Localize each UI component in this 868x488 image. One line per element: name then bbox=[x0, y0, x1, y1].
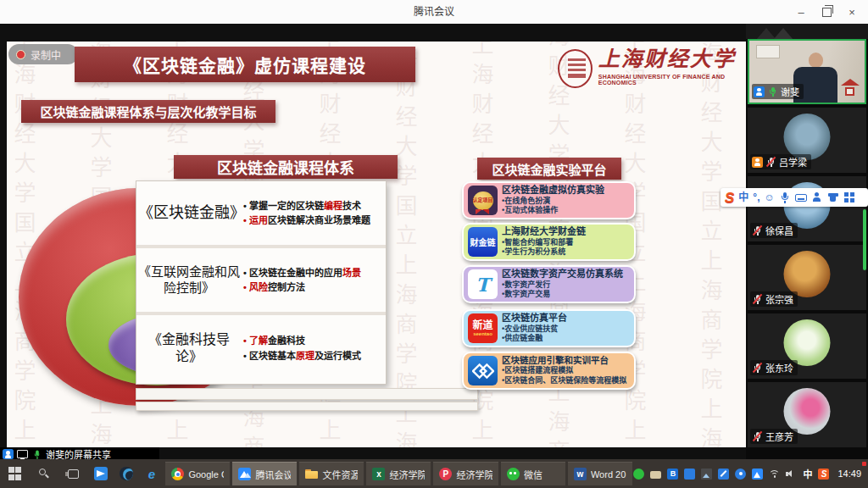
sidebar-scrollbar[interactable] bbox=[863, 209, 866, 270]
participant-name: 谢斐 bbox=[781, 85, 799, 98]
emoji-icon[interactable]: ☺ bbox=[765, 192, 775, 202]
mic-on-icon bbox=[32, 449, 42, 459]
taskbar-button-label: 腾讯会议 bbox=[255, 468, 291, 481]
wechat-icon bbox=[507, 468, 520, 480]
soft-keyboard-icon[interactable] bbox=[795, 191, 807, 203]
recording-dot-icon bbox=[16, 50, 25, 59]
platform-bullet: •数字资产发行 bbox=[502, 280, 623, 291]
taskbar-clock[interactable]: 14:49 bbox=[837, 469, 861, 479]
medal-text: 认定项目 bbox=[473, 191, 493, 210]
smartart-shelf bbox=[136, 402, 478, 411]
ime-punctuation[interactable]: °, bbox=[753, 192, 760, 202]
taskbar-button-label: Google C... bbox=[188, 469, 224, 480]
taskbar-button-pdf[interactable]: P 经济学院_... bbox=[433, 462, 498, 485]
course-bullet: • 运用区块链解决商业场景难题 bbox=[243, 214, 382, 226]
watermark-text: 上海财经大学国立上海商学院上海商科大学高等师范学校财政经济 bbox=[698, 42, 721, 447]
taskbar-button-label: Word 20... bbox=[591, 469, 626, 480]
windows-logo-icon bbox=[8, 467, 22, 480]
ime-toolbar[interactable]: S 中 °, ☺ bbox=[721, 188, 868, 207]
seentao-en: seentao bbox=[473, 331, 492, 336]
member-role-icon bbox=[752, 157, 763, 168]
input-language-indicator[interactable]: 中 bbox=[803, 467, 812, 480]
mic-on-icon bbox=[767, 86, 778, 97]
platform-card: 新道 seentao 区块链仿真平台 •农业供应链扶贫 •供应链金融 bbox=[462, 309, 636, 347]
platform-bullet: •学生行为积分系统 bbox=[502, 247, 586, 258]
taskbar-button-label: 微信 bbox=[524, 468, 542, 481]
university-seal-icon bbox=[558, 49, 593, 88]
tray-app-icon[interactable] bbox=[684, 469, 695, 480]
taskbar-button-wechat[interactable]: 微信 bbox=[501, 462, 565, 485]
tray-security-icon[interactable] bbox=[735, 469, 746, 480]
participant-tile-xiefei[interactable]: 谢斐 bbox=[748, 39, 866, 104]
bird-app-icon bbox=[94, 467, 108, 480]
digital-asset-glyph: T bbox=[476, 274, 489, 296]
mic-muted-icon bbox=[752, 294, 763, 305]
certified-project-medal-icon: 认定项目 bbox=[468, 186, 498, 215]
screen-share-icon bbox=[17, 450, 28, 458]
course-bullet: • 风险控制方法 bbox=[243, 281, 382, 293]
voice-input-icon[interactable] bbox=[779, 191, 791, 203]
tray-meeting-icon[interactable] bbox=[752, 469, 763, 480]
tray-bluetooth-icon[interactable]: B bbox=[667, 469, 678, 480]
participant-tile-xubaochang[interactable]: 徐保昌 bbox=[748, 176, 866, 241]
participant-tile-zhangdongling[interactable]: 张东玲 bbox=[748, 313, 866, 379]
participant-tile-lvxueliang[interactable]: 吕学梁 bbox=[748, 108, 866, 173]
taskbar-button-word[interactable]: w Word 20... bbox=[568, 462, 632, 485]
system-tray: B 中 S 14:49 bbox=[633, 459, 868, 488]
restore-button[interactable] bbox=[814, 0, 839, 24]
participant-name-chip: 张宗强 bbox=[750, 291, 798, 307]
sogou-tray-icon[interactable]: S bbox=[818, 469, 829, 480]
browser-globe-icon bbox=[120, 467, 133, 480]
seentao-cn: 新道 bbox=[472, 320, 492, 330]
quicklaunch-messenger[interactable] bbox=[88, 459, 114, 488]
participant-name-chip: 张东玲 bbox=[750, 360, 798, 375]
start-button[interactable] bbox=[0, 459, 30, 488]
wall-frame bbox=[756, 45, 780, 58]
taskbar-button-chrome[interactable]: Google C... bbox=[165, 462, 230, 485]
search-button[interactable] bbox=[30, 459, 59, 488]
recording-badge: 录制中 bbox=[8, 44, 78, 64]
participant-name-chip: 徐保昌 bbox=[750, 223, 798, 238]
volume-icon[interactable] bbox=[786, 469, 797, 480]
chain-engine-logo-icon bbox=[468, 356, 498, 385]
course-bullet: • 掌握一定的区块链编程技术 bbox=[243, 200, 382, 212]
ime-assistant-icon[interactable] bbox=[811, 191, 823, 203]
quicklaunch-browser[interactable] bbox=[114, 459, 139, 488]
ime-mode-chinese[interactable]: 中 bbox=[738, 192, 748, 202]
meeting-logo-watermark bbox=[756, 26, 807, 40]
course-name: 《互联网金融和风险控制》 bbox=[136, 248, 242, 312]
participant-tile-wangyanfang[interactable]: 王彦芳 bbox=[748, 382, 866, 447]
presentation-slide: 上海财经大学国立上海商学院上海商科大学高等师范学校财政经济 上海财经大学国立上海… bbox=[7, 42, 746, 447]
platform-bullet: •供应链金融 bbox=[502, 334, 567, 344]
participant-name: 王彦芳 bbox=[765, 430, 793, 443]
tray-device-icon[interactable] bbox=[650, 471, 661, 479]
recording-label: 录制中 bbox=[31, 47, 61, 62]
taskbar-button-file-explorer[interactable]: 文件资源... bbox=[299, 462, 364, 485]
smartart-shelf bbox=[136, 388, 478, 400]
skin-icon[interactable] bbox=[827, 191, 839, 203]
tray-pen-icon[interactable] bbox=[718, 469, 729, 480]
tray-wechat-icon[interactable] bbox=[633, 469, 644, 480]
course-name: 《金融科技导论》 bbox=[136, 315, 242, 381]
quicklaunch-ie[interactable]: e bbox=[139, 459, 164, 488]
minimize-button[interactable]: – bbox=[788, 0, 814, 24]
task-view-button[interactable] bbox=[58, 459, 88, 488]
course-row: 《区块链金融》 • 掌握一定的区块链编程技术 • 运用区块链解决商业场景难题 bbox=[136, 181, 386, 248]
toolbox-icon[interactable] bbox=[843, 191, 855, 203]
university-logo: 上海财经大学 SHANGHAI UNIVERSITY OF FINANCE AN… bbox=[558, 47, 744, 96]
seentao-logo-icon: 新道 seentao bbox=[468, 313, 498, 343]
platform-card: T 区块链数字资产交易仿真系统 •数字资产发行 •数字资产交易 bbox=[462, 265, 636, 303]
tray-photo-icon[interactable] bbox=[701, 469, 712, 480]
windows-taskbar: e Google C... 腾讯会议 文件资源... x 经济学院... P 经… bbox=[0, 459, 868, 488]
taskbar-button-tencent-meeting[interactable]: 腾讯会议 bbox=[232, 462, 297, 485]
platform-card: 财金链 上海财经大学财金链 •智能合约编写和部署 •学生行为积分系统 bbox=[462, 223, 636, 261]
window-titlebar: 腾讯会议 – × bbox=[0, 0, 868, 25]
platform-bullet: •数字资产交易 bbox=[502, 290, 623, 300]
mic-muted-icon bbox=[752, 431, 763, 442]
close-button[interactable]: × bbox=[839, 0, 865, 24]
participant-tile-zhangzongqiang[interactable]: 张宗强 bbox=[748, 245, 866, 310]
taskbar-button-excel[interactable]: x 经济学院... bbox=[366, 462, 431, 485]
sogou-logo-icon[interactable]: S bbox=[725, 191, 734, 205]
wifi-icon[interactable] bbox=[769, 469, 780, 479]
participant-sidebar: 谢斐 吕学梁 徐保昌 张宗强 张东玲 bbox=[746, 39, 868, 459]
